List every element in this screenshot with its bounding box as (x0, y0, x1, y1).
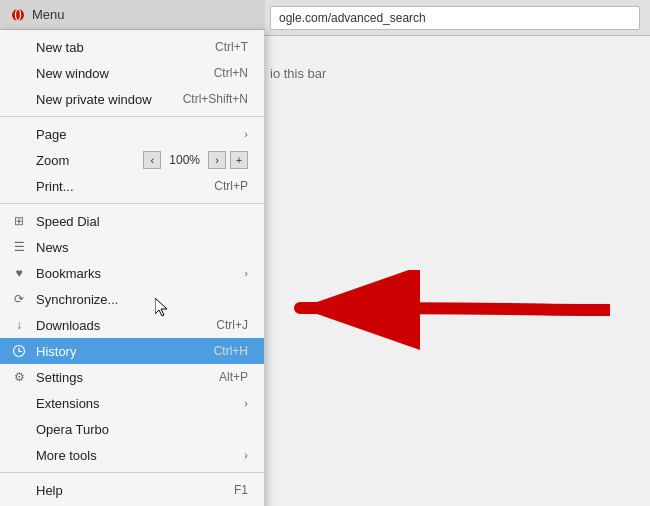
zoom-next-button[interactable]: › (208, 151, 226, 169)
content-hint-text: io this bar (270, 66, 326, 81)
menu-item-opera-turbo-label: Opera Turbo (36, 422, 248, 437)
bookmarks-arrow-icon: › (244, 267, 248, 279)
separator-3 (0, 472, 264, 473)
menu-item-new-private-window-label: New private window (36, 92, 163, 107)
menu-item-downloads-label: Downloads (36, 318, 196, 333)
address-bar[interactable]: ogle.com/advanced_search (270, 6, 640, 30)
zoom-value-display: 100% (163, 153, 206, 167)
menu-item-downloads-shortcut: Ctrl+J (216, 318, 248, 332)
menu-item-help[interactable]: Help F1 (0, 477, 264, 503)
menu-item-new-tab-label: New tab (36, 40, 195, 55)
zoom-control: Zoom ‹ 100% › + (0, 147, 264, 173)
menu-item-news-label: News (36, 240, 248, 255)
menu-item-downloads[interactable]: ↓ Downloads Ctrl+J (0, 312, 264, 338)
zoom-buttons: ‹ 100% › + (143, 151, 248, 169)
zoom-expand-button[interactable]: + (230, 151, 248, 169)
menu-item-new-private-window-shortcut: Ctrl+Shift+N (183, 92, 248, 106)
synchronize-icon: ⟳ (10, 290, 28, 308)
separator-2 (0, 203, 264, 204)
menu-item-print-label: Print... (36, 179, 194, 194)
menu-item-more-tools[interactable]: More tools › (0, 442, 264, 468)
menu-item-opera-turbo[interactable]: Opera Turbo (0, 416, 264, 442)
history-icon (10, 342, 28, 360)
menu-item-new-tab[interactable]: New tab Ctrl+T (0, 34, 264, 60)
menu-item-synchronize-label: Synchronize... (36, 292, 248, 307)
menu-item-new-window-label: New window (36, 66, 194, 81)
zoom-prev-button[interactable]: ‹ (143, 151, 161, 169)
menu-item-speed-dial-label: Speed Dial (36, 214, 248, 229)
speed-dial-icon: ⊞ (10, 212, 28, 230)
menu-item-page[interactable]: Page › (0, 121, 264, 147)
menu-item-print[interactable]: Print... Ctrl+P (0, 173, 264, 199)
svg-point-0 (12, 9, 24, 21)
address-text: ogle.com/advanced_search (279, 11, 426, 25)
bookmarks-icon: ♥ (10, 264, 28, 282)
menu-item-new-window-shortcut: Ctrl+N (214, 66, 248, 80)
menu-item-help-shortcut: F1 (234, 483, 248, 497)
extensions-arrow-icon: › (244, 397, 248, 409)
menu-item-extensions[interactable]: Extensions › (0, 390, 264, 416)
menu-overlay: Menu New tab Ctrl+T New window Ctrl+N Ne… (0, 0, 265, 506)
settings-icon: ⚙ (10, 368, 28, 386)
menu-item-new-private-window[interactable]: New private window Ctrl+Shift+N (0, 86, 264, 112)
menu-item-settings[interactable]: ⚙ Settings Alt+P (0, 364, 264, 390)
menu-item-print-shortcut: Ctrl+P (214, 179, 248, 193)
menu-item-extensions-label: Extensions (36, 396, 244, 411)
zoom-label: Zoom (36, 153, 143, 168)
page-arrow-icon: › (244, 128, 248, 140)
menu-panel: New tab Ctrl+T New window Ctrl+N New pri… (0, 30, 265, 506)
menu-item-history-label: History (36, 344, 194, 359)
menu-item-history-shortcut: Ctrl+H (214, 344, 248, 358)
menu-item-speed-dial[interactable]: ⊞ Speed Dial (0, 208, 264, 234)
menu-titlebar: Menu (0, 0, 265, 30)
menu-item-settings-shortcut: Alt+P (219, 370, 248, 384)
menu-item-bookmarks-label: Bookmarks (36, 266, 244, 281)
news-icon: ☰ (10, 238, 28, 256)
menu-item-news[interactable]: ☰ News (0, 234, 264, 260)
menu-item-new-tab-shortcut: Ctrl+T (215, 40, 248, 54)
separator-1 (0, 116, 264, 117)
menu-item-synchronize[interactable]: ⟳ Synchronize... (0, 286, 264, 312)
menu-item-page-label: Page (36, 127, 244, 142)
opera-logo-icon (10, 7, 26, 23)
downloads-icon: ↓ (10, 316, 28, 334)
menu-item-more-tools-label: More tools (36, 448, 244, 463)
menu-item-bookmarks[interactable]: ♥ Bookmarks › (0, 260, 264, 286)
menu-item-history[interactable]: History Ctrl+H (0, 338, 264, 364)
menu-item-new-window[interactable]: New window Ctrl+N (0, 60, 264, 86)
menu-item-settings-label: Settings (36, 370, 199, 385)
more-tools-arrow-icon: › (244, 449, 248, 461)
menu-title: Menu (32, 7, 65, 22)
menu-item-help-label: Help (36, 483, 214, 498)
